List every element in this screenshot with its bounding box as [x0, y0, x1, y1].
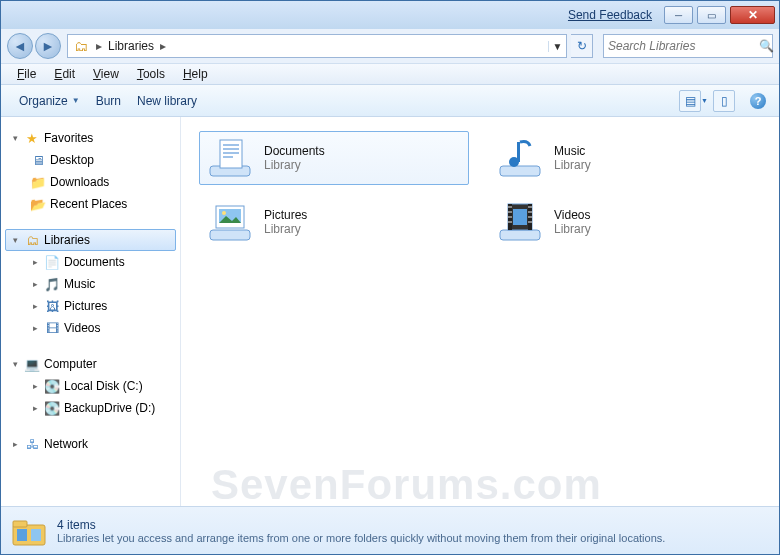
breadcrumb: ▸ Libraries ▸	[94, 39, 548, 53]
library-tile-documents[interactable]: DocumentsLibrary	[199, 131, 469, 185]
tree-network[interactable]: ▸🖧Network	[5, 433, 176, 455]
details-pane: 4 items Libraries let you access and arr…	[1, 506, 779, 554]
chevron-down-icon: ▼	[72, 96, 80, 105]
tree-item-videos[interactable]: ▸🎞Videos	[5, 317, 176, 339]
refresh-button[interactable]: ↻	[571, 34, 593, 58]
address-bar[interactable]: 🗂 ▸ Libraries ▸ ▼	[67, 34, 567, 58]
view-options-button[interactable]: ▤▼	[679, 90, 701, 112]
chevron-right-icon[interactable]: ▸	[94, 39, 104, 53]
menu-bar: FFileile Edit View Tools Help	[1, 63, 779, 85]
library-tile-pictures[interactable]: PicturesLibrary	[199, 195, 469, 249]
tree-item-music[interactable]: ▸🎵Music	[5, 273, 176, 295]
svg-rect-23	[528, 211, 532, 213]
breadcrumb-libraries[interactable]: Libraries	[104, 39, 158, 53]
new-library-button[interactable]: New library	[129, 90, 205, 112]
tree-item-documents[interactable]: ▸📄Documents	[5, 251, 176, 273]
svg-point-12	[222, 211, 226, 215]
menu-view[interactable]: View	[85, 65, 127, 83]
document-library-icon	[206, 136, 254, 180]
expand-icon[interactable]: ▸	[30, 403, 40, 413]
disk-icon: 💽	[44, 378, 60, 394]
search-box[interactable]: 🔍	[603, 34, 773, 58]
svg-rect-9	[210, 230, 250, 240]
search-icon[interactable]: 🔍	[759, 39, 774, 53]
svg-rect-13	[500, 230, 540, 240]
tree-favorites[interactable]: ▾★Favorites	[5, 127, 176, 149]
collapse-icon[interactable]: ▾	[10, 133, 20, 143]
preview-pane-button[interactable]: ▯	[713, 90, 735, 112]
menu-tools[interactable]: Tools	[129, 65, 173, 83]
minimize-button[interactable]: ─	[664, 6, 693, 24]
svg-rect-24	[528, 216, 532, 218]
search-input[interactable]	[608, 39, 759, 53]
maximize-button[interactable]: ▭	[697, 6, 726, 24]
tile-name: Music	[554, 144, 591, 158]
svg-rect-18	[508, 206, 512, 208]
music-icon: 🎵	[44, 276, 60, 292]
content-pane: DocumentsLibrary MusicLibrary PicturesLi…	[181, 117, 779, 506]
tree-item-recent[interactable]: 📂Recent Places	[5, 193, 176, 215]
expand-icon[interactable]: ▸	[30, 279, 40, 289]
expand-icon[interactable]: ▸	[30, 257, 40, 267]
navigation-bar: ◄ ► 🗂 ▸ Libraries ▸ ▼ ↻ 🔍	[1, 29, 779, 63]
tree-item-downloads[interactable]: 📁Downloads	[5, 171, 176, 193]
tile-name: Documents	[264, 144, 325, 158]
libraries-icon: 🗂	[24, 232, 40, 248]
libraries-icon	[11, 513, 47, 549]
svg-rect-5	[223, 156, 233, 158]
tree-libraries[interactable]: ▾🗂Libraries	[5, 229, 176, 251]
svg-rect-19	[508, 211, 512, 213]
help-button[interactable]: ?	[747, 90, 769, 112]
tree-item-localdisk[interactable]: ▸💽Local Disk (C:)	[5, 375, 176, 397]
status-desc: Libraries let you access and arrange ite…	[57, 532, 665, 544]
svg-rect-25	[528, 221, 532, 223]
help-icon: ?	[750, 93, 766, 109]
chevron-right-icon[interactable]: ▸	[158, 39, 168, 53]
status-count: 4 items	[57, 518, 665, 532]
star-icon: ★	[24, 130, 40, 146]
burn-button[interactable]: Burn	[88, 90, 129, 112]
forward-button[interactable]: ►	[35, 33, 61, 59]
svg-rect-28	[17, 529, 27, 541]
svg-rect-8	[517, 142, 520, 162]
library-tile-music[interactable]: MusicLibrary	[489, 131, 759, 185]
organize-button[interactable]: Organize ▼	[11, 90, 88, 112]
tile-name: Videos	[554, 208, 591, 222]
svg-rect-20	[508, 216, 512, 218]
desktop-icon: 🖥	[30, 152, 46, 168]
tree-item-desktop[interactable]: 🖥Desktop	[5, 149, 176, 171]
address-dropdown[interactable]: ▼	[548, 41, 566, 52]
back-button[interactable]: ◄	[7, 33, 33, 59]
music-library-icon	[496, 136, 544, 180]
tree-item-pictures[interactable]: ▸🖼Pictures	[5, 295, 176, 317]
expand-icon[interactable]: ▸	[10, 439, 20, 449]
svg-rect-2	[223, 144, 239, 146]
tile-sub: Library	[554, 222, 591, 236]
libraries-icon: 🗂	[68, 38, 94, 54]
video-icon: 🎞	[44, 320, 60, 336]
expand-icon[interactable]: ▸	[30, 323, 40, 333]
title-bar: Send Feedback ─ ▭ ✕	[1, 1, 779, 29]
svg-rect-27	[13, 521, 27, 527]
computer-icon: 💻	[24, 356, 40, 372]
collapse-icon[interactable]: ▾	[10, 235, 20, 245]
svg-rect-29	[31, 529, 41, 541]
tree-item-backupdrive[interactable]: ▸💽BackupDrive (D:)	[5, 397, 176, 419]
svg-rect-22	[528, 206, 532, 208]
tree-computer[interactable]: ▾💻Computer	[5, 353, 176, 375]
tile-sub: Library	[264, 158, 325, 172]
expand-icon[interactable]: ▸	[30, 301, 40, 311]
picture-library-icon	[206, 200, 254, 244]
navigation-pane: ▾★Favorites 🖥Desktop 📁Downloads 📂Recent …	[1, 117, 181, 506]
send-feedback-link[interactable]: Send Feedback	[568, 8, 652, 22]
folder-icon: 📁	[30, 174, 46, 190]
menu-help[interactable]: Help	[175, 65, 216, 83]
picture-icon: 🖼	[44, 298, 60, 314]
collapse-icon[interactable]: ▾	[10, 359, 20, 369]
close-button[interactable]: ✕	[730, 6, 775, 24]
menu-file[interactable]: FFileile	[9, 65, 44, 83]
expand-icon[interactable]: ▸	[30, 381, 40, 391]
menu-edit[interactable]: Edit	[46, 65, 83, 83]
svg-rect-17	[513, 209, 527, 225]
library-tile-videos[interactable]: VideosLibrary	[489, 195, 759, 249]
